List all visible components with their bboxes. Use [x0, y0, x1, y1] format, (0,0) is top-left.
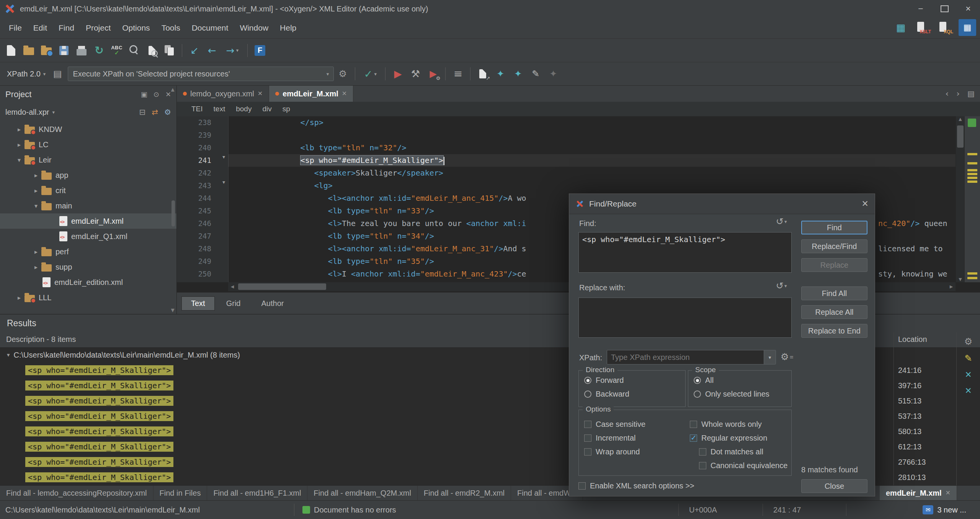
match-marker[interactable]	[967, 162, 977, 164]
code-line-241[interactable]: <sp who="#emdLeir_M_Skalliger">	[228, 154, 956, 167]
menu-help[interactable]: Help	[274, 21, 302, 35]
breadcrumb-item-div[interactable]: div	[262, 105, 271, 113]
xslt-debugger-icon[interactable]: XSLT	[914, 19, 932, 36]
chevron-down-icon[interactable]: ▾	[14, 156, 24, 164]
tree-item-crit[interactable]: ▸crit	[0, 183, 176, 198]
apply-transformation-button[interactable]: ▶	[389, 65, 407, 83]
option-checkbox-whole-words-only[interactable]: Whole words only	[690, 420, 762, 429]
tree-item-emdleir-m-xml[interactable]: emdLeir_M.xml	[0, 213, 176, 229]
direction-radio-backward[interactable]: Backward	[584, 390, 629, 399]
tree-item-kndw[interactable]: ▸KNDW	[0, 122, 176, 137]
restore-panel-icon[interactable]: ▣	[141, 91, 147, 98]
editor-tab-lemdo-oxygen-xml[interactable]: lemdo_oxygen.xml✕	[177, 86, 269, 102]
find-history-icon[interactable]: ↺▾	[776, 217, 787, 226]
scroll-tabs-left-icon[interactable]: ‹	[945, 89, 949, 98]
menu-tools[interactable]: Tools	[156, 21, 186, 35]
chevron-down-icon[interactable]: ▾	[31, 202, 41, 210]
console-view-icon[interactable]: ▦	[892, 19, 910, 36]
validate-button[interactable]: ✓▾	[359, 65, 382, 83]
code-line-238[interactable]: </sp>	[228, 116, 956, 129]
replace-all-button[interactable]: Replace All	[801, 305, 867, 319]
fold-toggle-icon[interactable]: ▾	[222, 154, 225, 159]
find-input[interactable]: <sp who="#emdLeir_M_Skalliger">	[578, 232, 792, 273]
xpath-version-selector[interactable]: XPath 2.0▾	[4, 70, 49, 78]
chevron-right-icon[interactable]: ▸	[14, 141, 24, 148]
match-marker[interactable]	[967, 177, 977, 179]
option-checkbox-incremental[interactable]: Incremental	[584, 434, 636, 443]
xquery-debugger-icon[interactable]: XQL	[936, 19, 954, 36]
radio-icon[interactable]	[694, 390, 701, 398]
configure-transformation-button[interactable]: ⚒	[407, 65, 424, 83]
format-indent-button[interactable]: ≡	[449, 65, 467, 83]
direction-radio-forward[interactable]: Forward	[584, 376, 624, 385]
radio-icon[interactable]	[694, 377, 701, 384]
menu-find[interactable]: Find	[53, 21, 80, 35]
option-checkbox-regular-expression[interactable]: Regular expression	[690, 434, 767, 443]
menu-project[interactable]: Project	[80, 21, 116, 35]
breadcrumb-item-sp[interactable]: sp	[283, 105, 290, 113]
xpath-input[interactable]: Type XPath expression ▾	[607, 350, 776, 364]
checkbox-icon[interactable]	[578, 482, 586, 490]
location-column-header[interactable]: Location	[898, 335, 927, 344]
enable-xml-search-options-checkbox[interactable]: Enable XML search options >>	[578, 482, 694, 490]
radio-icon[interactable]	[584, 390, 591, 398]
close-tab-icon[interactable]: ✕	[342, 91, 347, 97]
search-references-button[interactable]	[143, 41, 161, 60]
horizontal-scrollbar-thumb[interactable]	[238, 283, 326, 290]
xpath-target-icon[interactable]: ▤	[49, 65, 66, 83]
tree-item-lc[interactable]: ▸LC	[0, 137, 176, 152]
close-button[interactable]: Close	[801, 479, 867, 493]
minimize-button[interactable]: ─	[909, 0, 933, 18]
validation-ok-indicator[interactable]	[968, 119, 976, 127]
results-tab-emdleir-m-xml[interactable]: emdLeir_M.xml✕	[880, 486, 957, 500]
pin-panel-icon[interactable]: ⊙	[154, 91, 159, 98]
chevron-right-icon[interactable]: ▸	[14, 126, 24, 133]
open-url-button[interactable]	[38, 41, 55, 60]
refactoring-button[interactable]: ✦	[492, 65, 509, 83]
remove-result-icon[interactable]: ✕	[965, 371, 972, 379]
results-tab-find-all-emd1h6-f1-xml[interactable]: Find all - emd1H6_F1.xml	[207, 486, 307, 500]
results-tab-find-all-emdr2-m-xml[interactable]: Find all - emdR2_M.xml	[418, 486, 511, 500]
fold-toggle-icon[interactable]: ▾	[222, 179, 225, 185]
xpath-expression-combo[interactable]: Execute XPath on 'Selected project resou…	[68, 67, 334, 81]
option-checkbox-canonical-equivalence[interactable]: Canonical equivalence	[699, 461, 787, 470]
last-edit-location-button[interactable]: ↙	[186, 41, 203, 60]
replace-to-end-button[interactable]: Replace to End	[801, 324, 867, 338]
tree-item-emdleir-q1-xml[interactable]: emdLeir_Q1.xml	[0, 229, 176, 244]
reload-button[interactable]: ↻	[90, 41, 108, 60]
tree-item-app[interactable]: ▸app	[0, 168, 176, 183]
mode-tab-grid[interactable]: Grid	[217, 297, 250, 310]
project-scrollbar-thumb[interactable]	[172, 200, 175, 226]
xpath-dropdown-icon[interactable]: ▾	[764, 350, 776, 364]
chevron-right-icon[interactable]: ▸	[31, 248, 41, 255]
option-checkbox-dot-matches-all[interactable]: Dot matches all	[699, 447, 763, 456]
chevron-right-icon[interactable]: ▸	[31, 187, 41, 194]
checkbox-icon[interactable]	[699, 448, 706, 456]
forward-button[interactable]: →▾	[221, 41, 244, 60]
copy-button[interactable]	[161, 41, 178, 60]
replace-history-icon[interactable]: ↺▾	[776, 281, 787, 290]
sync-selection-icon[interactable]: ⇄	[152, 108, 158, 116]
description-column-header[interactable]: Description - 8 items	[6, 335, 76, 344]
match-marker[interactable]	[967, 277, 977, 279]
notifications-text[interactable]: 3 new ...	[937, 506, 966, 514]
code-line-242[interactable]: <speaker>Skalliger</speaker>	[228, 167, 956, 179]
chevron-right-icon[interactable]: ▸	[14, 294, 24, 301]
tree-item-main[interactable]: ▾main	[0, 198, 176, 213]
back-button[interactable]: ←	[203, 41, 221, 60]
close-window-button[interactable]: ✕	[956, 0, 980, 18]
code-line-239[interactable]	[228, 129, 956, 142]
new-file-button[interactable]	[2, 41, 20, 60]
debug-transformation-button[interactable]: ▶⚙	[424, 65, 442, 83]
menu-edit[interactable]: Edit	[28, 21, 53, 35]
chevron-right-icon[interactable]: ▸	[31, 264, 41, 271]
code-line-240[interactable]: <lb type="tln" n="32"/>	[228, 142, 956, 154]
close-tab-icon[interactable]: ✕	[946, 490, 951, 496]
notifications-icon[interactable]: ✉	[923, 505, 933, 514]
collapse-all-icon[interactable]: ⊟	[139, 108, 146, 116]
replace-find-button[interactable]: Replace/Find	[801, 239, 867, 253]
radio-icon[interactable]	[584, 377, 591, 384]
vertical-scrollbar-thumb[interactable]	[957, 125, 964, 148]
checkbox-icon[interactable]	[699, 462, 706, 469]
mode-tab-text[interactable]: Text	[181, 296, 215, 311]
